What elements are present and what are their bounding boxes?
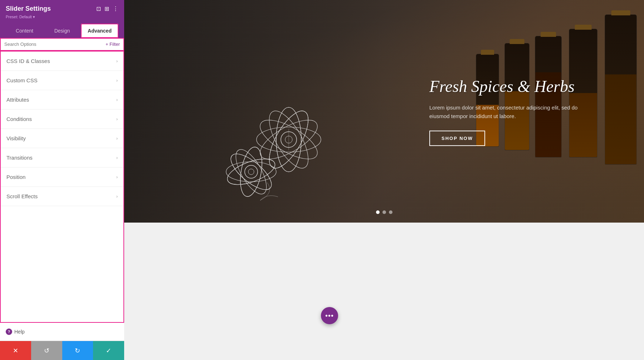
search-row: + Filter <box>0 38 124 51</box>
svg-point-14 <box>237 145 265 198</box>
accordion-visibility: Visibility › <box>1 129 123 148</box>
accordion-header-visibility[interactable]: Visibility › <box>1 129 123 148</box>
chevron-down-icon: › <box>116 117 118 122</box>
svg-point-19 <box>245 165 258 178</box>
accordion-custom-css: Custom CSS › <box>1 71 123 90</box>
sidebar-header: Slider Settings ⊡ ⊞ ⋮ Preset: Default ▾ … <box>0 0 124 38</box>
sidebar-title: Slider Settings <box>6 5 51 13</box>
accordion-panel: CSS ID & Classes › Custom CSS › Attribut… <box>0 51 124 323</box>
slider-hero: Fresh Spices & Herbs Lorem ipsum dolor s… <box>124 0 644 223</box>
accordion-label-position: Position <box>6 174 25 180</box>
accordion-css-id-classes: CSS ID & Classes › <box>1 52 123 71</box>
accordion-header-css-id-classes[interactable]: CSS ID & Classes › <box>1 52 123 70</box>
undo-button[interactable]: ↺ <box>31 341 62 360</box>
flower-illustration <box>196 29 346 208</box>
chevron-down-icon: › <box>116 59 118 64</box>
help-icon: ? <box>6 329 12 335</box>
accordion-header-scroll-effects[interactable]: Scroll Effects › <box>1 187 123 206</box>
shop-now-button[interactable]: SHOP NOW <box>429 131 485 146</box>
main-content: Fresh Spices & Herbs Lorem ipsum dolor s… <box>124 0 644 360</box>
tab-content[interactable]: Content <box>6 24 43 38</box>
slider-dots <box>376 210 392 214</box>
svg-point-20 <box>248 169 254 175</box>
dot-3[interactable] <box>389 210 392 214</box>
jar-1 <box>605 14 637 165</box>
save-button[interactable]: ✓ <box>93 341 124 360</box>
sidebar: Slider Settings ⊡ ⊞ ⋮ Preset: Default ▾ … <box>0 0 124 360</box>
accordion-header-position[interactable]: Position › <box>1 167 123 186</box>
svg-point-17 <box>226 162 276 182</box>
floating-action-button[interactable]: ••• <box>321 307 338 324</box>
more-icon[interactable]: ⋮ <box>113 5 118 12</box>
accordion-label-conditions: Conditions <box>6 116 32 122</box>
accordion-conditions: Conditions › <box>1 110 123 129</box>
accordion-label-visibility: Visibility <box>6 135 26 141</box>
hero-text-block: Fresh Spices & Herbs Lorem ipsum dolor s… <box>429 77 580 146</box>
below-slider: ••• <box>124 223 644 360</box>
camera-icon[interactable]: ⊡ <box>96 5 101 12</box>
accordion-header-attributes[interactable]: Attributes › <box>1 90 123 109</box>
dot-2[interactable] <box>382 210 386 214</box>
flower-svg <box>196 32 346 204</box>
redo-button[interactable]: ↻ <box>62 341 93 360</box>
hero-body-text: Lorem ipsum dolor sit amet, consectetur … <box>429 103 580 121</box>
accordion-label-scroll-effects: Scroll Effects <box>6 193 38 199</box>
accordion-label-custom-css: Custom CSS <box>6 77 38 83</box>
search-input[interactable] <box>4 42 106 47</box>
accordion-header-custom-css[interactable]: Custom CSS › <box>1 71 123 90</box>
bottom-toolbar: ✕ ↺ ↻ ✓ <box>0 341 124 360</box>
chevron-down-icon: › <box>116 97 118 102</box>
accordion-header-conditions[interactable]: Conditions › <box>1 110 123 128</box>
layout-icon[interactable]: ⊞ <box>104 5 109 12</box>
dot-1[interactable] <box>376 210 380 214</box>
sidebar-tabs: Content Design Advanced <box>6 24 118 38</box>
tab-advanced[interactable]: Advanced <box>81 24 118 38</box>
tab-design[interactable]: Design <box>43 24 81 38</box>
help-label: Help <box>14 329 25 335</box>
sidebar-title-icons: ⊡ ⊞ ⋮ <box>96 5 118 12</box>
accordion-position: Position › <box>1 167 123 187</box>
filter-button[interactable]: + Filter <box>106 42 120 47</box>
accordion-attributes: Attributes › <box>1 90 123 110</box>
accordion-label-attributes: Attributes <box>6 97 29 103</box>
accordion-scroll-effects: Scroll Effects › <box>1 187 123 206</box>
chevron-down-icon: › <box>116 175 118 180</box>
svg-point-18 <box>230 145 272 198</box>
chevron-down-icon: › <box>116 155 118 160</box>
chevron-down-icon: › <box>116 136 118 141</box>
chevron-down-icon: › <box>116 78 118 83</box>
accordion-label-css-id-classes: CSS ID & Classes <box>6 58 50 64</box>
accordion-header-transitions[interactable]: Transitions › <box>1 148 123 167</box>
chevron-down-icon: › <box>116 194 118 199</box>
help-section[interactable]: ? Help <box>0 323 124 341</box>
preset-selector[interactable]: Preset: Default ▾ <box>6 14 118 19</box>
hero-title: Fresh Spices & Herbs <box>429 77 580 96</box>
accordion-label-transitions: Transitions <box>6 155 33 161</box>
close-button[interactable]: ✕ <box>0 341 31 360</box>
sidebar-title-row: Slider Settings ⊡ ⊞ ⋮ <box>6 5 118 13</box>
accordion-transitions: Transitions › <box>1 148 123 167</box>
